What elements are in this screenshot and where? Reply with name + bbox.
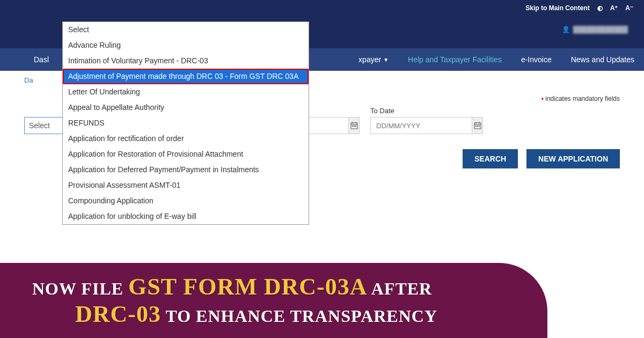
dropdown-option[interactable]: Application for Deferred Payment/Payment… (63, 162, 309, 178)
search-button[interactable]: SEARCH (463, 149, 518, 168)
nav-taxpayer[interactable]: xpayer ▼ (349, 48, 398, 71)
nav-dashboard[interactable]: Dasl (24, 48, 58, 71)
svg-rect-11 (475, 126, 477, 127)
svg-rect-13 (479, 126, 480, 127)
banner-text-2: AFTER (371, 279, 432, 298)
svg-rect-12 (477, 126, 478, 127)
chevron-down-icon: ▼ (383, 57, 389, 63)
dropdown-option[interactable]: Adjustment of Payment made through DRC 0… (63, 69, 309, 84)
dropdown-option[interactable]: Compounding Application (63, 193, 309, 209)
font-decrease[interactable]: A⁻ (625, 4, 633, 12)
dropdown-option[interactable]: Intimation of Voluntary Payment - DRC-03 (63, 53, 309, 69)
svg-rect-4 (352, 126, 353, 127)
user-icon: 👤 (562, 26, 570, 33)
svg-rect-6 (355, 126, 356, 127)
contrast-icon[interactable]: ◐ (597, 4, 603, 12)
banner-text-1: NOW FILE (32, 279, 128, 298)
select-value: Select (29, 121, 50, 130)
to-date-input[interactable] (370, 117, 472, 134)
user-info[interactable]: 👤 ████████████ (562, 26, 628, 33)
dropdown-option[interactable]: Application for rectification of order (63, 131, 309, 146)
skip-to-content-link[interactable]: Skip to Main Content (525, 4, 589, 12)
dropdown-option[interactable]: REFUNDS (63, 115, 309, 131)
dropdown-option[interactable]: Advance Ruling (63, 38, 309, 53)
banner-text-3: TO ENHANCE TRANSPARENCY (165, 306, 437, 326)
calendar-icon[interactable] (349, 117, 360, 134)
dropdown-option[interactable]: Select (63, 22, 309, 38)
promo-banner: NOW FILE GST FORM DRC-03A AFTER DRC-03 T… (0, 263, 547, 338)
to-date-label: To Date (370, 107, 483, 115)
banner-accent-1: GST FORM DRC-03A (128, 274, 367, 300)
nav-einvoice[interactable]: e-Invoice (511, 48, 561, 71)
font-increase[interactable]: A⁺ (610, 4, 618, 12)
dropdown-option[interactable]: Provisional Assessment ASMT-01 (63, 178, 309, 193)
new-application-button[interactable]: NEW APPLICATION (526, 149, 620, 168)
svg-rect-5 (354, 126, 355, 127)
banner-accent-2: DRC-03 (75, 301, 161, 327)
dropdown-option[interactable]: Application for unblocking of E-way bill (63, 209, 309, 224)
dropdown-option[interactable]: Application for Restoration of Provision… (63, 146, 309, 162)
calendar-icon[interactable] (472, 117, 483, 134)
application-type-dropdown: SelectAdvance RulingIntimation of Volunt… (62, 21, 309, 225)
nav-label: xpayer (358, 55, 381, 64)
to-date-field: To Date (370, 107, 483, 134)
dropdown-option[interactable]: Appeal to Appellate Authority (63, 100, 309, 115)
nav-news[interactable]: News and Updates (561, 48, 644, 71)
dropdown-option[interactable]: Letter Of Undertaking (63, 84, 309, 100)
top-utility-bar: Skip to Main Content ◐ A⁺ A⁻ (0, 0, 644, 16)
user-name-blurred: ████████████ (573, 26, 628, 33)
nav-help[interactable]: Help and Taxpayer Facilities (398, 48, 511, 71)
